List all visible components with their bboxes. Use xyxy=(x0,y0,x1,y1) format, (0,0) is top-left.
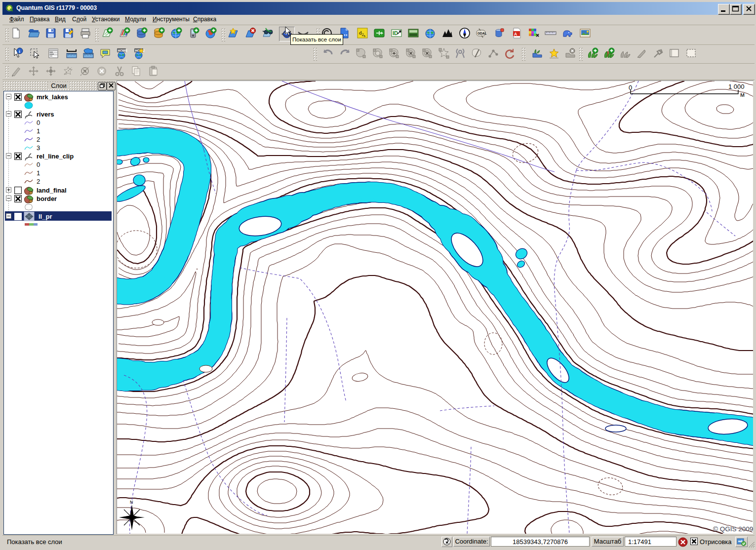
svg-text:ID: ID xyxy=(393,30,398,36)
svg-text:© QGIS 2009: © QGIS 2009 xyxy=(713,525,753,533)
svg-text:N: N xyxy=(130,500,133,505)
svg-text:1 000: 1 000 xyxy=(728,83,745,90)
svg-text:A: A xyxy=(514,32,517,37)
svg-text:HOME: HOME xyxy=(118,49,128,52)
svg-text:м: м xyxy=(740,91,745,98)
svg-text:GDAL: GDAL xyxy=(477,32,486,35)
